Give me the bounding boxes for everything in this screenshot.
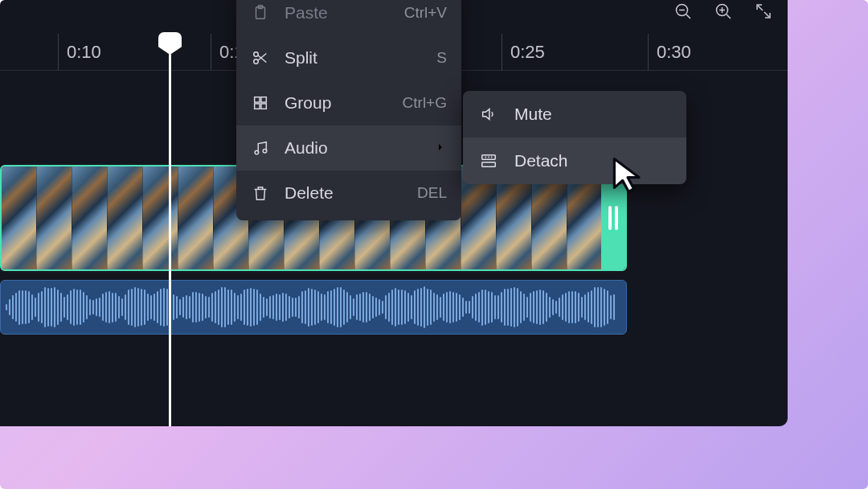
- svg-line-7: [758, 6, 763, 10]
- menu-shortcut: Ctrl+V: [404, 4, 447, 22]
- group-icon: [251, 93, 270, 113]
- zoom-out-icon[interactable]: [674, 2, 693, 24]
- menu-label: Audio: [285, 138, 420, 158]
- svg-rect-15: [255, 97, 260, 102]
- svg-rect-22: [482, 162, 496, 167]
- menu-item-paste[interactable]: Paste Ctrl+V: [236, 0, 461, 35]
- ruler-tick: 0:30: [648, 34, 691, 71]
- zoom-in-icon[interactable]: [714, 2, 733, 24]
- detach-icon: [479, 151, 498, 171]
- zoom-toolbar: [674, 2, 773, 24]
- menu-shortcut: S: [436, 49, 447, 67]
- svg-rect-18: [261, 104, 266, 109]
- paste-icon: [251, 3, 270, 23]
- svg-line-8: [764, 12, 769, 17]
- audio-clip[interactable]: [0, 280, 627, 335]
- video-editor: 0:10 0:15 0:25 0:30 Paste Ctrl+V: [0, 0, 788, 426]
- menu-item-audio[interactable]: Audio: [236, 125, 461, 171]
- menu-label: Split: [285, 48, 422, 68]
- fit-screen-icon[interactable]: [754, 2, 773, 24]
- window-frame: 0:10 0:15 0:25 0:30 Paste Ctrl+V: [0, 0, 868, 489]
- svg-point-19: [255, 150, 259, 154]
- submenu-label: Detach: [514, 151, 568, 171]
- svg-line-1: [686, 14, 690, 18]
- playhead[interactable]: [169, 32, 171, 426]
- audio-submenu: Mute Detach: [463, 91, 686, 184]
- chevron-right-icon: [434, 138, 447, 158]
- menu-label: Paste: [285, 3, 390, 23]
- menu-item-delete[interactable]: Delete DEL: [236, 171, 461, 216]
- submenu-label: Mute: [514, 105, 552, 124]
- svg-line-4: [727, 14, 731, 18]
- submenu-item-detach[interactable]: Detach: [463, 138, 686, 184]
- svg-rect-17: [255, 104, 260, 109]
- ruler-tick: 0:10: [58, 34, 101, 71]
- scissors-icon: [251, 48, 270, 68]
- speaker-icon: [479, 105, 498, 124]
- cursor-icon: [611, 157, 645, 197]
- context-menu: Paste Ctrl+V Split S Group Ctrl+G: [236, 0, 461, 220]
- svg-rect-16: [261, 97, 266, 102]
- menu-label: Delete: [285, 183, 403, 203]
- menu-shortcut: Ctrl+G: [403, 94, 447, 112]
- trash-icon: [251, 183, 270, 203]
- menu-item-split[interactable]: Split S: [236, 35, 461, 80]
- ruler-tick: 0:25: [502, 34, 545, 71]
- music-icon: [251, 138, 270, 158]
- submenu-item-mute[interactable]: Mute: [463, 91, 686, 138]
- menu-shortcut: DEL: [417, 184, 447, 202]
- menu-label: Group: [285, 93, 388, 113]
- menu-item-group[interactable]: Group Ctrl+G: [236, 80, 461, 125]
- svg-point-20: [263, 149, 267, 153]
